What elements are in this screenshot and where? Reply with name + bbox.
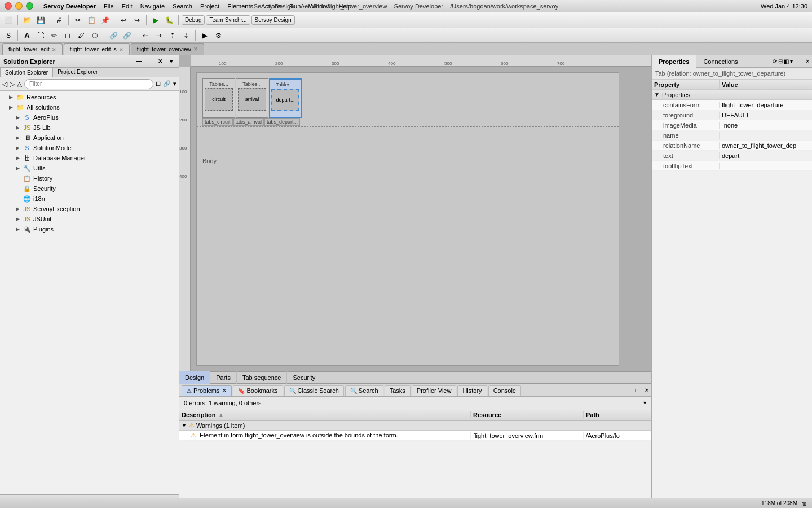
bp-tab-tasks[interactable]: Tasks	[385, 385, 411, 396]
tab-elem-circuit[interactable]: Tables... circuit	[202, 78, 235, 118]
rp-row-tooltip[interactable]: toolTipText	[652, 161, 812, 171]
tb2-run[interactable]: ▶	[198, 29, 211, 42]
save-button[interactable]: 💾	[34, 14, 47, 27]
tab-elem-depart[interactable]: Tables... depart...	[269, 78, 302, 118]
restore-panel-icon[interactable]: □	[145, 57, 154, 66]
tb2-btn5[interactable]: ◻	[61, 29, 74, 42]
minimize-button[interactable]	[15, 2, 23, 10]
val-contains-form[interactable]: flight_tower_departure	[720, 102, 812, 108]
tree-item-jsunit[interactable]: ▶ JS JSUnit	[0, 214, 179, 224]
debug-label[interactable]: Debug	[182, 15, 205, 25]
col-description[interactable]: Description ▲	[179, 411, 471, 418]
bp-minimize-btn[interactable]: —	[622, 386, 631, 395]
tb2-btn10[interactable]: ⇠	[139, 29, 152, 42]
warnings-group[interactable]: ▼ ⚠ Warnings (1 item)	[179, 421, 651, 431]
bp-tab-problems[interactable]: ⚠ Problems ✕	[182, 385, 232, 396]
bp-maximize-btn[interactable]: □	[632, 386, 641, 395]
tab-flight-tower-edit[interactable]: flight_tower_edit ✕	[2, 43, 63, 55]
menu-servoy[interactable]: Servoy Developer	[43, 3, 96, 10]
nav-up-icon[interactable]: △	[17, 80, 22, 88]
design-tab-security[interactable]: Security	[287, 371, 321, 384]
tb2-btn6[interactable]: 🖊	[75, 29, 87, 42]
solution-explorer-tab[interactable]: Solution Explorer	[0, 68, 53, 77]
collapse-all-icon[interactable]: ⊟	[156, 80, 161, 87]
rp-minimize-icon[interactable]: —	[794, 58, 800, 64]
tb2-btn7[interactable]: ⬡	[89, 29, 101, 42]
tree-item-servoy-exception[interactable]: ▶ JS ServoyException	[0, 204, 179, 214]
rp-row-foreground[interactable]: foreground DEFAULT	[652, 110, 812, 120]
canvas-area[interactable]: Tables... circuit Tables... arrival	[191, 67, 651, 371]
val-relation-name[interactable]: owner_to_flight_tower_dep	[720, 142, 812, 149]
link-with-editor-icon[interactable]: 🔗	[163, 80, 171, 87]
menu-project[interactable]: Project	[200, 3, 219, 10]
bp-tab-classic-search[interactable]: 🔍 Classic Search	[284, 385, 344, 396]
val-text[interactable]: depart	[720, 152, 812, 159]
tab-flight-tower-overview-close[interactable]: ✕	[193, 46, 198, 52]
nav-forward-icon[interactable]: ▷	[10, 80, 15, 88]
tb2-btn4[interactable]: ✏	[48, 29, 60, 42]
rp-row-name[interactable]: name	[652, 130, 812, 141]
design-label[interactable]: Servoy Design	[251, 15, 295, 25]
bp-tab-history[interactable]: History	[457, 385, 487, 396]
rp-section-properties[interactable]: ▼ Properties	[652, 90, 812, 100]
tree-item-application[interactable]: ▶ 🖥 Application	[0, 133, 179, 143]
window-controls[interactable]	[5, 2, 33, 10]
menu-navigate[interactable]: Navigate	[140, 3, 165, 10]
form-canvas[interactable]: Tables... circuit Tables... arrival	[196, 72, 619, 366]
rp-collapse-icon[interactable]: ◧	[784, 58, 789, 64]
bp-tab-search[interactable]: 🔍 Search	[345, 385, 383, 396]
tb2-btn13[interactable]: ⇣	[180, 29, 192, 42]
gc-icon[interactable]: 🗑	[802, 500, 807, 506]
tree-item-i18n[interactable]: — 🌐 i18n	[0, 194, 179, 204]
tree-item-utils[interactable]: ▶ 🔧 Utils	[0, 163, 179, 173]
minimize-panel-icon[interactable]: —	[134, 57, 143, 66]
tree-item-solution-model[interactable]: ▶ S SolutionModel	[0, 143, 179, 153]
tab-flight-tower-edit-close[interactable]: ✕	[52, 47, 56, 52]
close-button[interactable]	[5, 2, 12, 10]
nav-back-icon[interactable]: ◁	[2, 80, 7, 88]
bp-filter-btn[interactable]: ▾	[640, 398, 649, 408]
paste-button[interactable]: 📌	[99, 14, 111, 27]
tab-elem-arrival[interactable]: Tables... arrival	[236, 78, 268, 118]
design-tab-design[interactable]: Design	[179, 371, 210, 384]
tree-item-plugins[interactable]: ▶ 🔌 Plugins	[0, 224, 179, 234]
tree-item-db-manager[interactable]: ▶ 🗄 Database Manager	[0, 153, 179, 163]
menu-search[interactable]: Search	[173, 3, 192, 10]
tree-item-history[interactable]: — 📋 History	[0, 173, 179, 183]
rp-tab-connections[interactable]: Connections	[696, 55, 745, 68]
new-button[interactable]: ⬜	[2, 14, 15, 27]
rp-restore-icon[interactable]: □	[801, 58, 804, 64]
tab-flight-tower-edit-js-close[interactable]: ✕	[119, 47, 123, 52]
tb2-debug[interactable]: ⚙	[212, 29, 224, 42]
rp-row-relation-name[interactable]: relationName owner_to_flight_tower_dep	[652, 141, 812, 151]
menu-elements[interactable]: Elements	[227, 3, 253, 10]
rp-row-image-media[interactable]: imageMedia -none-	[652, 120, 812, 130]
open-button[interactable]: 📂	[21, 14, 33, 27]
project-explorer-tab[interactable]: Project Explorer	[53, 68, 102, 77]
table-row[interactable]: ⚠ Element in form flight_tower_overview …	[179, 431, 651, 441]
panel-menu-icon[interactable]: ▾	[166, 57, 175, 66]
col-resource[interactable]: Resource	[471, 411, 584, 418]
tb2-btn3[interactable]: ⛶	[34, 29, 47, 42]
menu-file[interactable]: File	[104, 3, 114, 10]
design-tab-parts[interactable]: Parts	[210, 371, 237, 384]
design-tab-sequence[interactable]: Tab sequence	[237, 371, 288, 384]
val-foreground[interactable]: DEFAULT	[720, 112, 812, 119]
print-button[interactable]: 🖨	[53, 14, 65, 27]
tree-item-security[interactable]: — 🔒 Security	[0, 183, 179, 194]
design-area[interactable]: 100 200 300 400 500 600 700 100 200 300 …	[179, 55, 651, 371]
redo-button[interactable]: ↪	[131, 14, 143, 27]
rp-close-icon[interactable]: ✕	[805, 58, 810, 64]
copy-button[interactable]: 📋	[85, 14, 98, 27]
close-panel-icon[interactable]: ✕	[156, 57, 165, 66]
tree-item-all-solutions[interactable]: ▶ 📁 All solutions	[0, 102, 179, 112]
bp-tab-profiler[interactable]: Profiler View	[412, 385, 457, 396]
bp-close-btn[interactable]: ✕	[642, 386, 651, 395]
rp-row-contains-form[interactable]: containsForm flight_tower_departure	[652, 100, 812, 110]
tree-item-aeroplus[interactable]: ▶ S AeroPlus	[0, 112, 179, 122]
tree-item-jslib[interactable]: ▶ JS JS Lib	[0, 122, 179, 133]
undo-button[interactable]: ↩	[117, 14, 130, 27]
maximize-button[interactable]	[26, 2, 33, 10]
problems-close[interactable]: ✕	[222, 388, 227, 393]
tb2-btn8[interactable]: 🔗	[107, 29, 120, 42]
